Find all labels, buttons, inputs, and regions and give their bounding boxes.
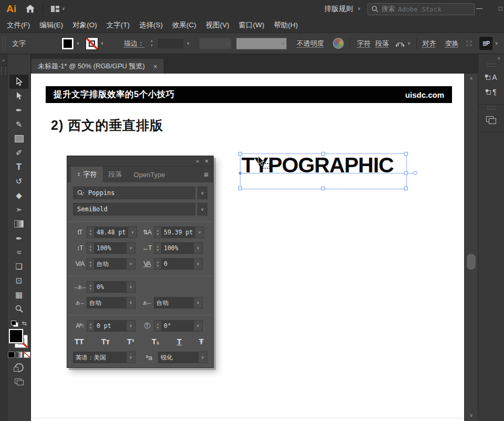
drawing-mode-icon[interactable] (15, 363, 24, 372)
menu-item-help[interactable]: 帮助(H) (274, 20, 298, 30)
opacity-label[interactable]: 不透明度 (297, 39, 324, 48)
text-path-endpoint-handle[interactable] (413, 171, 417, 175)
stroke-weight-chevron[interactable]: ∨ (184, 38, 192, 49)
aki-left-field[interactable]: 自动 (87, 297, 126, 308)
horizontal-scale-chevron[interactable]: ∨ (193, 243, 202, 253)
baseline-shift-chevron[interactable]: ∨ (126, 321, 135, 331)
aki-right-chevron[interactable]: ∨ (193, 297, 202, 308)
screen-mode-icon[interactable] (15, 378, 24, 385)
panel-collapse-icon[interactable]: « (196, 158, 199, 164)
pen-tool[interactable]: ✒ (9, 103, 28, 117)
type-tool[interactable]: T (9, 160, 28, 174)
properties-panel-button[interactable]: ≣P (479, 37, 492, 50)
kerning-chevron[interactable]: ∨ (126, 259, 135, 269)
language-dropdown[interactable]: 英语：美国∨ (73, 352, 135, 363)
selection-handle[interactable] (238, 187, 242, 190)
tab-opentype[interactable]: OpenType (128, 167, 171, 182)
kerning-stepper[interactable]: ∧∨ (87, 259, 94, 269)
maximize-button[interactable]: □ (492, 3, 504, 14)
direct-selection-tool[interactable] (9, 89, 28, 103)
character-rotation-field[interactable]: 0° (162, 321, 193, 331)
paintbrush-tool[interactable]: ✐ (9, 146, 28, 160)
underline-button[interactable]: T (177, 337, 182, 346)
character-rotation-stepper[interactable]: ∧∨ (154, 321, 162, 331)
tab-close-icon[interactable]: × (153, 63, 158, 70)
font-size-stepper[interactable]: ∧∨ (87, 227, 94, 238)
leading-stepper[interactable]: ∧∨ (154, 227, 162, 238)
dock-collapse-icon[interactable]: « (497, 55, 500, 61)
artboard-tool[interactable]: ⊡ (9, 273, 28, 287)
stroke-weight-stepper[interactable]: ∧ ∨ (148, 40, 155, 47)
shaper-tool[interactable]: ➣ (9, 202, 28, 217)
stroke-weight-label[interactable]: 描边： (124, 39, 144, 48)
kerning-field[interactable]: 自动 (94, 259, 126, 269)
aki-right-field[interactable]: 自动 (154, 297, 193, 308)
panel-menu-icon[interactable]: ≡ (204, 170, 208, 179)
curvature-tool[interactable]: ✎ (9, 117, 28, 131)
more-options-icon[interactable] (466, 40, 472, 46)
artboard-canvas[interactable]: 提升文字排版效率的5个小技巧 uisdc.com 2) 西文的垂直排版 TYPO… (31, 74, 464, 421)
scroll-up-icon[interactable]: ∧ (465, 76, 478, 81)
all-caps-button[interactable]: TT (75, 337, 84, 346)
rotate-tool[interactable]: ↺ (9, 174, 28, 188)
shape-builder-tool[interactable]: ❏ (9, 259, 28, 273)
artboards-panel-icon[interactable] (486, 112, 496, 127)
swap-fill-stroke-icon[interactable]: ⇆ (22, 320, 26, 327)
font-size-field[interactable]: 48.48 pt (94, 227, 128, 238)
selection-handle[interactable] (404, 187, 408, 190)
paragraph-styles-panel-icon[interactable]: ¶ (486, 85, 497, 99)
selection-tool[interactable] (9, 75, 28, 89)
toolbar-grip[interactable] (1, 67, 6, 75)
fill-black-swatch[interactable] (9, 329, 23, 343)
color-button[interactable] (8, 352, 15, 358)
stroke-color-swatch[interactable] (86, 37, 98, 50)
tab-character[interactable]: ⇕ 字符 (71, 167, 103, 182)
font-style-field[interactable]: SemiBold (73, 203, 195, 215)
character-styles-panel-icon[interactable]: A (485, 70, 497, 85)
vertical-scale-chevron[interactable]: ∨ (126, 243, 135, 253)
brush-definition-dropdown[interactable]: ∨ (199, 38, 232, 49)
fill-color-swatch[interactable] (61, 37, 74, 50)
minimize-button[interactable]: — (471, 3, 487, 14)
menu-item-edit[interactable]: 编辑(E) (39, 20, 63, 30)
vertical-scale-stepper[interactable]: ∧∨ (87, 243, 94, 253)
menu-item-object[interactable]: 对象(O) (72, 20, 97, 30)
fill-color-chevron[interactable]: ∨ (74, 38, 82, 49)
document-tab[interactable]: 未标题-1* @ 50% (RGB/GPU 预览) × (32, 59, 164, 74)
tracking-chevron[interactable]: ∨ (193, 259, 202, 269)
character-panel-link[interactable]: 字符 (357, 39, 371, 48)
font-family-chevron[interactable]: ∨ (197, 187, 207, 199)
vertical-scale-field[interactable]: 100% (94, 243, 126, 253)
selection-handle[interactable] (321, 152, 325, 156)
tracking-stepper[interactable]: ∧∨ (154, 259, 162, 269)
arrange-documents-button[interactable]: ∨ (51, 6, 65, 12)
home-button[interactable] (26, 5, 35, 13)
gradient-button[interactable] (16, 352, 23, 358)
fill-stroke-indicator[interactable] (9, 329, 29, 348)
dock-grip[interactable] (487, 106, 496, 109)
gradient-tool[interactable] (9, 217, 28, 231)
none-button[interactable] (24, 352, 30, 358)
envelope-warp-button[interactable]: ∨ (395, 39, 411, 47)
character-panel-titlebar[interactable]: « × (67, 156, 213, 167)
eyedropper-tool[interactable]: ✒ (9, 231, 28, 245)
control-bar-grip[interactable] (3, 37, 6, 50)
menu-item-select[interactable]: 选择(S) (139, 20, 163, 30)
stock-search-input[interactable]: 搜索 Adobe Stock (368, 3, 475, 15)
dock-grip[interactable] (487, 64, 496, 67)
selection-handle[interactable] (321, 187, 325, 190)
leading-chevron[interactable]: ∨ (195, 227, 204, 238)
perspective-grid-tool[interactable]: ▦ (9, 287, 28, 302)
vertical-scrollbar[interactable]: ∧ ∨ (464, 74, 478, 421)
stroke-weight-field[interactable] (157, 38, 184, 49)
eraser-tool[interactable]: ◆ (9, 188, 28, 202)
menu-item-view[interactable]: 视图(V) (206, 20, 229, 30)
paragraph-panel-link[interactable]: 段落 (375, 39, 389, 48)
subscript-button[interactable]: T₁ (152, 337, 160, 346)
tsume-chevron[interactable]: ∨ (126, 282, 135, 292)
default-fill-stroke-icon[interactable] (11, 321, 18, 327)
panel-close-icon[interactable]: × (205, 158, 208, 165)
horizontal-scale-stepper[interactable]: ∧∨ (154, 243, 162, 253)
menu-item-window[interactable]: 窗口(W) (239, 20, 265, 30)
horizontal-scale-field[interactable]: 100% (162, 243, 193, 253)
